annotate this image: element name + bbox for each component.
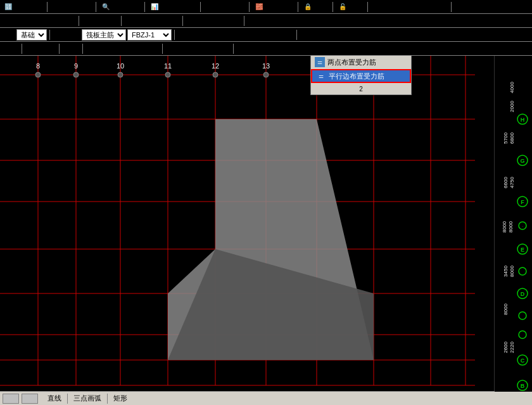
svg-text:8000: 8000 (509, 266, 515, 277)
btn-bottom-arc[interactable]: 三点画弧 (72, 392, 103, 405)
toolbar-row-2: 复制 镜像 移动 旋转 延伸 修剪 打断 合并 分割 对齐 偏移 拉伸 设置夹点 (0, 14, 532, 28)
svg-text:C: C (521, 357, 525, 364)
btn-offset[interactable]: 偏移 (205, 15, 222, 27)
dropdown-menu: ⚌ 两点布置受力筋 ⚌ 平行边布置受力筋 2 (310, 56, 412, 95)
btn-view[interactable]: 👁 俯视 (454, 1, 483, 13)
btn-parallel-edge-rebar[interactable]: ⟰ 平行边布置受力筋 (236, 42, 307, 55)
btn-vertical[interactable]: 垂直 (184, 42, 202, 55)
svg-point-65 (519, 331, 526, 338)
btn-copy[interactable]: 复制 (1, 15, 19, 27)
svg-text:8000: 8000 (503, 304, 509, 315)
btn-find[interactable]: 🔍 查找图元 (99, 1, 142, 13)
svg-text:2600: 2600 (503, 342, 509, 353)
btn-two-point[interactable]: 两点 (300, 29, 317, 41)
svg-point-34 (263, 72, 269, 77)
calc-icon: 🔢 (3, 2, 13, 12)
btn-point-angle[interactable]: 点角 (338, 29, 355, 41)
btn-xy-dir[interactable]: XY方向 (203, 42, 231, 55)
toolbar-row-4: 直线 三点画弧 矩形 单板 多板 ✕ 自定义 水平 垂直 XY方向 ⟰ 平行边布… (0, 42, 532, 56)
btn-rect[interactable]: 矩形 (62, 42, 80, 55)
btn-edit-rebar[interactable]: 编辑钢筋 (196, 29, 228, 41)
btn-stretch[interactable]: 拉伸 (224, 15, 241, 27)
btn-mirror[interactable]: 镜像 (20, 15, 38, 27)
main-area: 8 9 10 11 12 13 14 ⚌ (0, 56, 532, 391)
btn-component-list[interactable]: 构件列表 (229, 29, 261, 41)
svg-text:10: 10 (117, 62, 124, 70)
btn-merge[interactable]: 合并 (143, 15, 161, 27)
layer-select[interactable]: 基础 (16, 29, 47, 41)
align-icon: ▤ (52, 2, 62, 12)
sep-r2 (121, 16, 122, 26)
btn-split[interactable]: 分割 (162, 15, 180, 27)
view-icon: 👁 (456, 2, 466, 12)
svg-point-61 (519, 267, 526, 275)
grid-svg: 8 9 10 11 12 13 14 (0, 56, 494, 391)
svg-text:F: F (521, 199, 524, 205)
btn-calc[interactable]: 🔢 平总计算 (1, 1, 44, 13)
svg-text:8000: 8000 (508, 221, 514, 233)
sep-r1 (79, 16, 79, 26)
btn-lock[interactable]: 🔒 锁定 (301, 1, 330, 13)
sep1 (47, 2, 48, 12)
svg-text:13: 13 (262, 62, 270, 70)
btn-setgrip[interactable]: 设置夹点 (247, 15, 279, 27)
btn-rotate[interactable]: 旋转 (58, 15, 76, 27)
sep8 (367, 2, 368, 12)
btn-delete-unused[interactable]: 🗑 批量删除未使用构件 (370, 1, 448, 13)
btn-bottom-rect[interactable]: 矩形 (111, 392, 129, 405)
sep-r4 (244, 16, 244, 26)
btn-bottom-line[interactable]: 直线 (46, 392, 63, 405)
btn-line[interactable]: 直线 (1, 42, 19, 55)
svg-text:D: D (521, 291, 525, 297)
name-select[interactable]: FBZJ-1 (127, 29, 172, 41)
svg-text:H: H (521, 117, 525, 123)
sep2 (96, 2, 96, 12)
canvas-area[interactable]: 8 9 10 11 12 13 14 ⚌ (0, 56, 494, 391)
app-container: 🔢 平总计算 ▤ 平齐板边 🔍 查找图元 📊 查看钢筋量 ⬚ 批量选择 🧱 钢筋… (0, 0, 532, 405)
svg-point-64 (519, 312, 526, 319)
btn-align2[interactable]: 对齐 (186, 15, 203, 27)
component-select[interactable]: 筏板主筋 (82, 29, 126, 41)
dropdown-item-two-point[interactable]: ⚌ 两点布置受力筋 (311, 56, 411, 69)
rebar-icon: 📊 (149, 2, 160, 12)
custom-icon: ✕ (125, 44, 136, 54)
svg-point-32 (165, 72, 170, 77)
btn-arc[interactable]: 三点画弧 (25, 42, 56, 55)
btn-pick-component[interactable]: 拾取构件 (262, 29, 294, 41)
svg-text:8: 8 (36, 62, 40, 70)
btn-horizontal[interactable]: 水平 (165, 42, 183, 55)
btn-auto-place[interactable]: 自动布置 (334, 42, 366, 55)
svg-point-33 (213, 72, 218, 77)
unlock-icon: 🔓 (338, 2, 348, 12)
btn-custom[interactable]: ✕ 自定义 (124, 42, 160, 55)
svg-text:·: · (522, 224, 523, 229)
btn-move[interactable]: 移动 (39, 15, 57, 27)
btn-batch[interactable]: ⬚ 批量选择 (203, 1, 246, 13)
btn-extend[interactable]: 延伸 (82, 15, 99, 27)
btn-property[interactable]: 属性 (177, 29, 195, 41)
rebar-parallel-icon: ⚌ (316, 71, 326, 81)
bottom-rect-1[interactable] (3, 394, 19, 404)
btn-del-axis[interactable]: 删除辅轴 (390, 29, 421, 41)
btn-break[interactable]: 打断 (124, 15, 142, 27)
btn-3pt-axis[interactable]: 三点辅轴 (357, 29, 388, 41)
btn-single-board[interactable]: 单板 (86, 42, 103, 55)
btn-ray-rebar[interactable]: 射线筋 (308, 42, 333, 55)
bottom-rect-2[interactable] (22, 394, 38, 404)
btn-unlock[interactable]: 🔓 解锁 (336, 1, 365, 13)
svg-text:9: 9 (74, 62, 78, 70)
dropdown-footer: 2 (311, 83, 411, 94)
batch-icon: ⬚ (205, 2, 215, 12)
btn-parallel[interactable]: 平行 (319, 29, 336, 41)
lock-icon: 🔒 (303, 2, 313, 12)
dropdown-item-parallel-edge[interactable]: ⚌ 平行边布置受力筋 (311, 69, 411, 83)
btn-align[interactable]: ▤ 平齐板边 (50, 1, 93, 13)
sep-d5 (233, 44, 234, 54)
sep-d3 (82, 44, 83, 54)
btn-multi-board[interactable]: 多板 (104, 42, 122, 55)
btn-rebar[interactable]: 📊 查看钢筋量 (148, 1, 198, 13)
btn-3d[interactable]: 🧱 钢筋三维 (252, 1, 295, 13)
svg-point-30 (73, 72, 79, 77)
btn-trim[interactable]: 修剪 (101, 15, 118, 27)
sep-d2 (59, 44, 60, 54)
